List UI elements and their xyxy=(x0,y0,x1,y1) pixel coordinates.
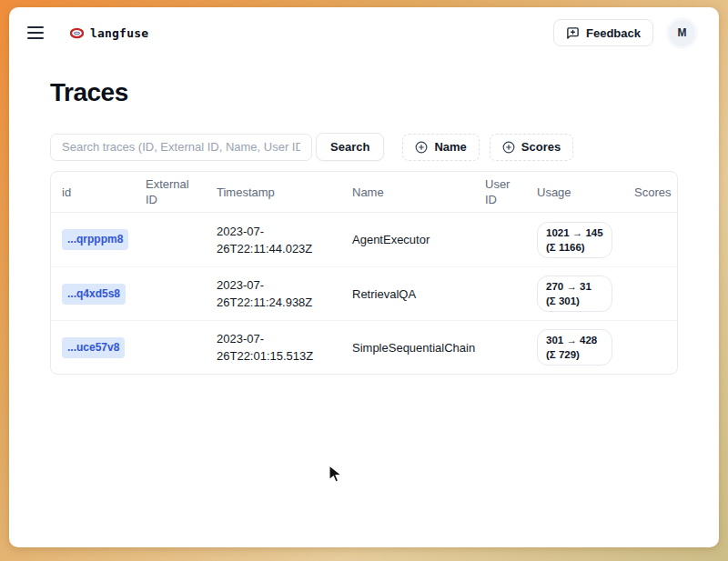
topbar: langfuse Feedback M xyxy=(9,7,719,58)
message-square-plus-icon xyxy=(566,26,580,40)
usage-badge: 270 → 31 (Σ 301) xyxy=(537,275,612,312)
langfuse-logo-icon xyxy=(70,27,84,39)
timestamp-cell: 2023-07-26T22:11:44.023Z xyxy=(206,215,341,265)
plus-circle-icon xyxy=(415,141,428,154)
external-id-cell xyxy=(135,233,206,247)
usage-badge: 1021 → 145 (Σ 1166) xyxy=(537,222,612,258)
scores-cell xyxy=(623,340,677,355)
search-button[interactable]: Search xyxy=(316,133,384,161)
user-id-cell xyxy=(474,286,526,301)
avatar[interactable]: M xyxy=(669,20,695,46)
filter-scores-button[interactable]: Scores xyxy=(490,134,573,161)
filter-name-button[interactable]: Name xyxy=(402,134,479,161)
search-input[interactable] xyxy=(50,134,312,161)
trace-id-link[interactable]: ...uce57v8 xyxy=(62,337,125,358)
name-cell: SimpleSequentialChain xyxy=(341,332,474,364)
name-cell: AgentExecutor xyxy=(341,224,474,255)
scores-cell xyxy=(623,286,677,301)
filter-scores-label: Scores xyxy=(521,140,561,154)
column-header-timestamp: Timestamp xyxy=(206,180,341,205)
column-header-id: id xyxy=(51,180,135,205)
column-header-scores: Scores xyxy=(623,180,678,205)
external-id-cell xyxy=(135,340,206,355)
table-header-row: id External ID Timestamp Name User ID Us… xyxy=(51,172,677,213)
timestamp-cell: 2023-07-26T22:01:15.513Z xyxy=(206,323,341,372)
page-title: Traces xyxy=(50,78,679,107)
table-row[interactable]: ...q4xd5s8 2023-07-26T22:11:24.938Z Retr… xyxy=(51,266,677,320)
feedback-label: Feedback xyxy=(586,26,641,40)
filter-name-label: Name xyxy=(434,140,466,154)
app-window: langfuse Feedback M Traces Search xyxy=(9,7,719,547)
brand[interactable]: langfuse xyxy=(70,26,148,40)
column-header-user-id: User ID xyxy=(474,172,526,212)
column-header-usage: Usage xyxy=(526,180,623,205)
user-id-cell xyxy=(474,233,526,247)
trace-id-link[interactable]: ...q4xd5s8 xyxy=(62,284,126,305)
plus-circle-icon xyxy=(502,141,515,154)
trace-id-link[interactable]: ...qrpppm8 xyxy=(62,229,128,250)
usage-badge: 301 → 428 (Σ 729) xyxy=(537,329,612,366)
traces-table: id External ID Timestamp Name User ID Us… xyxy=(50,171,678,375)
name-cell: RetrievalQA xyxy=(341,278,474,310)
external-id-cell xyxy=(135,286,206,301)
controls-row: Search Name Scores xyxy=(50,133,679,161)
feedback-button[interactable]: Feedback xyxy=(553,19,653,46)
column-header-external-id: External ID xyxy=(135,172,206,212)
menu-icon[interactable] xyxy=(27,26,44,39)
timestamp-cell: 2023-07-26T22:11:24.938Z xyxy=(206,269,341,318)
column-header-name: Name xyxy=(341,180,474,205)
table-row[interactable]: ...uce57v8 2023-07-26T22:01:15.513Z Simp… xyxy=(51,320,677,374)
table-row[interactable]: ...qrpppm8 2023-07-26T22:11:44.023Z Agen… xyxy=(51,213,677,266)
main-content: Traces Search Name Scores xyxy=(9,78,719,375)
scores-cell xyxy=(623,233,677,247)
user-id-cell xyxy=(474,340,526,355)
avatar-initial: M xyxy=(678,26,687,39)
desktop-background: { "topbar": { "brand": "langfuse", "feed… xyxy=(0,0,728,561)
brand-name: langfuse xyxy=(90,26,148,40)
